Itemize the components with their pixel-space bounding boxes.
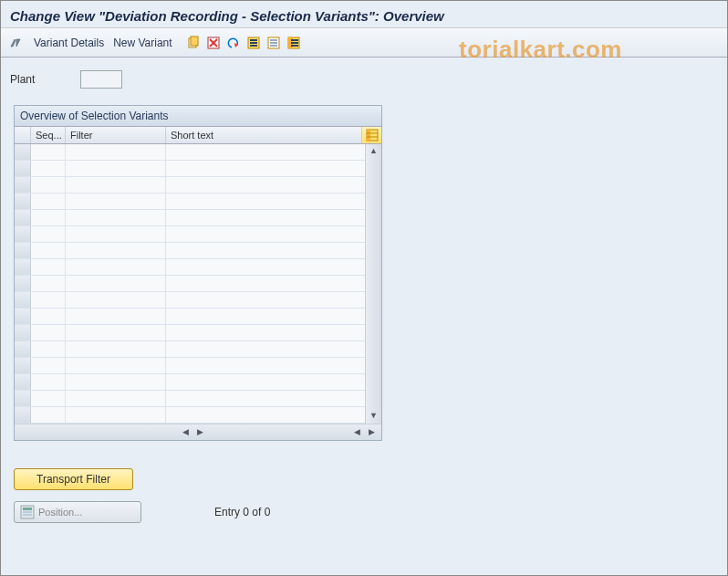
row-selector[interactable] <box>15 292 31 308</box>
grid-horizontal-scrollbar[interactable]: ◀ ▶ ◀ ▶ <box>15 424 381 440</box>
cell-short-text[interactable] <box>166 259 365 275</box>
table-row[interactable] <box>15 259 365 276</box>
cell-seq[interactable] <box>31 259 66 275</box>
cell-short-text[interactable] <box>166 374 365 390</box>
table-row[interactable] <box>15 144 365 161</box>
cell-filter[interactable] <box>66 391 166 406</box>
table-row[interactable] <box>15 341 365 358</box>
variant-details-link[interactable]: Variant Details <box>34 37 104 49</box>
row-selector[interactable] <box>15 259 31 275</box>
cell-filter[interactable] <box>66 210 166 225</box>
cell-short-text[interactable] <box>166 194 365 209</box>
col-seq[interactable]: Seq... <box>31 127 66 143</box>
row-selector[interactable] <box>15 194 31 209</box>
cell-filter[interactable] <box>66 177 166 193</box>
cell-filter[interactable] <box>66 276 166 291</box>
copy-icon[interactable] <box>185 35 202 51</box>
table-row[interactable] <box>15 210 365 226</box>
cell-seq[interactable] <box>31 194 66 209</box>
table-row[interactable] <box>15 194 365 210</box>
select-all-icon[interactable] <box>245 35 262 51</box>
transport-filter-button[interactable]: Transport Filter <box>14 468 133 490</box>
table-row[interactable] <box>15 243 365 259</box>
position-button[interactable]: Position... <box>14 501 141 523</box>
cell-seq[interactable] <box>31 161 66 176</box>
cell-seq[interactable] <box>31 358 66 373</box>
cell-short-text[interactable] <box>166 226 365 242</box>
cell-filter[interactable] <box>66 358 166 373</box>
cell-seq[interactable] <box>31 374 66 390</box>
cell-filter[interactable] <box>66 144 166 160</box>
cell-seq[interactable] <box>31 407 66 423</box>
table-row[interactable] <box>15 161 365 177</box>
row-selector[interactable] <box>15 358 31 373</box>
row-selector[interactable] <box>15 407 31 423</box>
cell-short-text[interactable] <box>166 292 365 308</box>
table-row[interactable] <box>15 391 365 407</box>
cell-seq[interactable] <box>31 226 66 242</box>
table-row[interactable] <box>15 374 365 391</box>
row-selector[interactable] <box>15 161 31 176</box>
scroll-right-end-icon[interactable]: ▶ <box>365 427 378 438</box>
table-row[interactable] <box>15 358 365 374</box>
cell-short-text[interactable] <box>166 407 365 423</box>
configure-icon[interactable] <box>286 35 302 51</box>
delete-icon[interactable] <box>205 35 222 51</box>
cell-seq[interactable] <box>31 309 66 324</box>
scroll-up-icon[interactable]: ▲ <box>368 146 380 157</box>
grid-vertical-scrollbar[interactable]: ▲ ▼ <box>365 144 381 424</box>
scroll-left-icon[interactable]: ◀ <box>179 427 192 438</box>
scroll-left-end-icon[interactable]: ◀ <box>350 427 363 438</box>
col-filter[interactable]: Filter <box>66 127 166 143</box>
grid-settings-icon[interactable] <box>361 127 381 143</box>
cell-short-text[interactable] <box>166 391 365 406</box>
scroll-right-icon[interactable]: ▶ <box>193 427 206 438</box>
col-select[interactable] <box>15 127 31 143</box>
cell-short-text[interactable] <box>166 210 365 225</box>
cell-seq[interactable] <box>31 341 66 357</box>
table-row[interactable] <box>15 309 365 325</box>
cell-seq[interactable] <box>31 391 66 406</box>
cell-filter[interactable] <box>66 226 166 242</box>
row-selector[interactable] <box>15 144 31 160</box>
cell-short-text[interactable] <box>166 358 365 373</box>
cell-short-text[interactable] <box>166 276 365 291</box>
row-selector[interactable] <box>15 243 31 258</box>
row-selector[interactable] <box>15 226 31 242</box>
row-selector[interactable] <box>15 325 31 340</box>
cell-filter[interactable] <box>66 325 166 340</box>
cell-filter[interactable] <box>66 374 166 390</box>
cell-seq[interactable] <box>31 177 66 193</box>
plant-input[interactable] <box>80 70 122 89</box>
cell-short-text[interactable] <box>166 309 365 324</box>
cell-filter[interactable] <box>66 259 166 275</box>
cell-short-text[interactable] <box>166 325 365 340</box>
scroll-down-icon[interactable]: ▼ <box>368 411 380 422</box>
table-row[interactable] <box>15 292 365 309</box>
table-row[interactable] <box>15 226 365 243</box>
cell-short-text[interactable] <box>166 161 365 176</box>
row-selector[interactable] <box>15 341 31 357</box>
row-selector[interactable] <box>15 177 31 193</box>
cell-short-text[interactable] <box>166 177 365 193</box>
row-selector[interactable] <box>15 391 31 406</box>
cell-filter[interactable] <box>66 341 166 357</box>
cell-filter[interactable] <box>66 243 166 258</box>
table-row[interactable] <box>15 276 365 292</box>
col-short-text[interactable]: Short text <box>166 127 361 143</box>
undo-icon[interactable] <box>225 35 242 51</box>
deselect-all-icon[interactable] <box>265 35 282 51</box>
cell-seq[interactable] <box>31 243 66 258</box>
table-row[interactable] <box>15 407 365 424</box>
table-row[interactable] <box>15 177 365 194</box>
cell-seq[interactable] <box>31 144 66 160</box>
cell-seq[interactable] <box>31 325 66 340</box>
new-variant-link[interactable]: New Variant <box>113 37 172 49</box>
cell-short-text[interactable] <box>166 144 365 160</box>
cell-seq[interactable] <box>31 292 66 308</box>
row-selector[interactable] <box>15 210 31 225</box>
cell-short-text[interactable] <box>166 243 365 258</box>
cell-filter[interactable] <box>66 194 166 209</box>
cell-short-text[interactable] <box>166 341 365 357</box>
cell-filter[interactable] <box>66 407 166 423</box>
